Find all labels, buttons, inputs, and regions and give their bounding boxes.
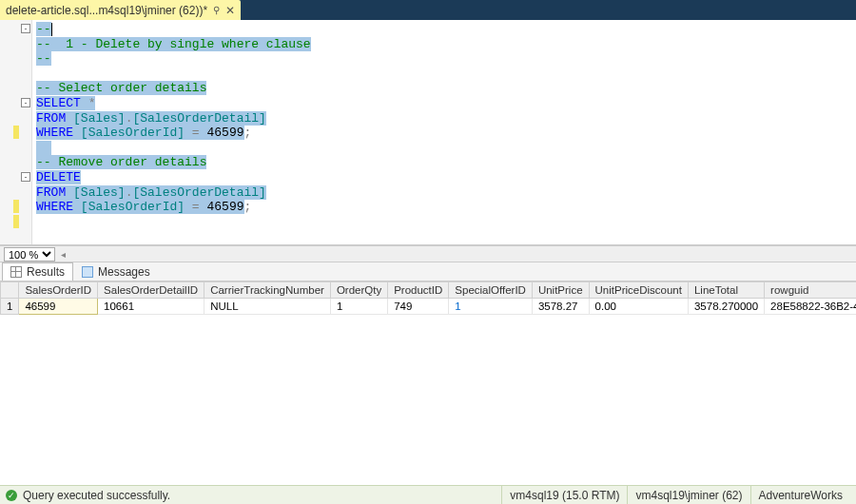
status-db: AdventureWorks — [750, 486, 850, 504]
code-line[interactable]: WHERE [SalesOrderId] = 46599; — [36, 200, 852, 215]
code-line[interactable]: DELETE — [36, 170, 852, 185]
code-line[interactable]: FROM [Sales].[SalesOrderDetail] — [36, 111, 852, 126]
grid-cell[interactable]: 46599 — [19, 299, 98, 315]
code-line[interactable]: -- 1 - Delete by single where clause — [36, 37, 852, 52]
status-bar: ✓ Query executed successfully. vm4sql19 … — [0, 485, 856, 504]
grid-cell[interactable]: 3578.27 — [532, 299, 589, 315]
results-tab-strip: Results Messages — [0, 262, 856, 281]
column-header[interactable]: SpecialOfferID — [449, 282, 533, 299]
results-grid-wrap: SalesOrderIDSalesOrderDetailIDCarrierTra… — [0, 281, 856, 485]
collapse-toggle[interactable]: - — [21, 172, 30, 182]
code-token: WHERE — [36, 200, 73, 214]
status-message: Query executed successfully. — [23, 489, 170, 502]
code-line[interactable]: FROM [Sales].[SalesOrderDetail] — [36, 185, 852, 201]
code-token: -- — [36, 51, 51, 66]
code-token: -- — [36, 22, 51, 36]
tab-messages-label: Messages — [98, 265, 150, 279]
column-header[interactable]: SalesOrderDetailID — [98, 282, 204, 299]
tab-results-label: Results — [27, 265, 65, 279]
code-token: = — [192, 200, 200, 214]
code-token — [185, 126, 192, 140]
code-token: -- Select order details — [36, 81, 206, 95]
column-header[interactable]: rowguid — [765, 282, 856, 299]
code-token: [SalesOrderId] — [81, 200, 185, 214]
document-tab-title: delete-article.sql...m4sql19\jminer (62)… — [6, 4, 207, 17]
code-token: FROM — [36, 111, 66, 126]
tab-results[interactable]: Results — [2, 262, 73, 281]
code-line[interactable]: -- — [36, 51, 852, 67]
code-token: -- Remove order details — [36, 155, 206, 169]
code-token: [SalesOrderId] — [81, 126, 185, 140]
code-line[interactable]: -- — [36, 22, 852, 37]
code-line[interactable]: WHERE [SalesOrderId] = 46599; — [36, 126, 852, 141]
code-token: 46599 — [206, 200, 243, 214]
code-token: WHERE — [36, 126, 73, 140]
document-tab[interactable]: delete-article.sql...m4sql19\jminer (62)… — [0, 0, 241, 20]
editor-zoom-bar: 100 % ◂ — [0, 245, 856, 262]
results-grid-icon — [10, 266, 22, 278]
code-token: [Sales] — [73, 185, 126, 200]
code-token: [Sales] — [73, 111, 126, 126]
pin-icon[interactable]: ⚲ — [213, 5, 220, 15]
text-cursor — [51, 23, 52, 36]
change-marker — [13, 215, 19, 228]
code-token: FROM — [36, 185, 66, 200]
code-token: ; — [244, 200, 252, 214]
code-token: [SalesOrderDetail] — [132, 185, 265, 200]
code-token — [81, 96, 88, 110]
nav-arrows-icon[interactable]: ◂ — [61, 249, 66, 260]
code-line[interactable]: SELECT * — [36, 96, 852, 111]
code-token: * — [88, 96, 96, 110]
tab-messages[interactable]: Messages — [73, 262, 159, 281]
table-row[interactable]: 14659910661NULL174913578.270.003578.2700… — [1, 299, 857, 315]
collapse-toggle[interactable]: - — [21, 98, 30, 107]
grid-cell[interactable]: 28E58822-36B2-43B5-B53D-7F4F5742058C — [765, 299, 856, 315]
column-header[interactable]: SalesOrderID — [19, 282, 98, 299]
column-header[interactable]: UnitPrice — [532, 282, 589, 299]
code-line[interactable] — [36, 141, 852, 156]
grid-cell[interactable]: 749 — [388, 299, 449, 315]
code-token: 46599 — [206, 126, 243, 140]
code-token — [73, 126, 81, 140]
grid-cell[interactable]: 3578.270000 — [688, 299, 764, 315]
code-token — [66, 111, 73, 126]
code-token: = — [192, 126, 200, 140]
editor-gutter: --- — [0, 20, 32, 244]
results-grid[interactable]: SalesOrderIDSalesOrderDetailIDCarrierTra… — [0, 281, 856, 315]
code-token — [66, 185, 73, 200]
code-token — [73, 200, 81, 214]
code-line[interactable]: -- Select order details — [36, 81, 852, 96]
grid-cell[interactable]: 10661 — [98, 299, 204, 315]
column-header[interactable]: UnitPriceDiscount — [589, 282, 688, 299]
code-token: [SalesOrderDetail] — [132, 111, 265, 126]
collapse-toggle[interactable]: - — [21, 24, 30, 33]
code-token: DELETE — [36, 170, 81, 184]
sql-editor: --- ---- 1 - Delete by single where clau… — [0, 20, 856, 245]
status-user: vm4sql19\jminer (62) — [627, 486, 749, 504]
change-marker — [13, 200, 19, 213]
grid-cell[interactable]: 1 — [449, 299, 533, 315]
code-line[interactable]: -- Remove order details — [36, 155, 852, 170]
code-token: SELECT — [36, 96, 81, 110]
column-header[interactable]: CarrierTrackingNumber — [204, 282, 331, 299]
column-header[interactable]: LineTotal — [688, 282, 764, 299]
code-line[interactable] — [36, 215, 852, 230]
grid-cell[interactable]: NULL — [204, 299, 331, 315]
grid-cell[interactable]: 0.00 — [589, 299, 688, 315]
code-token — [185, 200, 192, 214]
column-header[interactable]: OrderQty — [330, 282, 387, 299]
document-tab-bar: delete-article.sql...m4sql19\jminer (62)… — [0, 0, 856, 20]
code-token — [36, 141, 51, 155]
column-header[interactable]: ProductID — [388, 282, 449, 299]
code-line[interactable] — [36, 67, 852, 82]
editor-code-area[interactable]: ---- 1 - Delete by single where clause--… — [32, 20, 856, 244]
zoom-select[interactable]: 100 % — [4, 247, 55, 262]
code-token: ; — [244, 126, 252, 140]
success-icon: ✓ — [6, 490, 17, 501]
grid-corner[interactable] — [1, 282, 19, 299]
close-icon[interactable]: ✕ — [225, 4, 235, 17]
code-token: -- 1 - Delete by single where clause — [36, 37, 311, 51]
change-marker — [13, 126, 19, 139]
row-header[interactable]: 1 — [1, 299, 19, 315]
grid-cell[interactable]: 1 — [330, 299, 387, 315]
